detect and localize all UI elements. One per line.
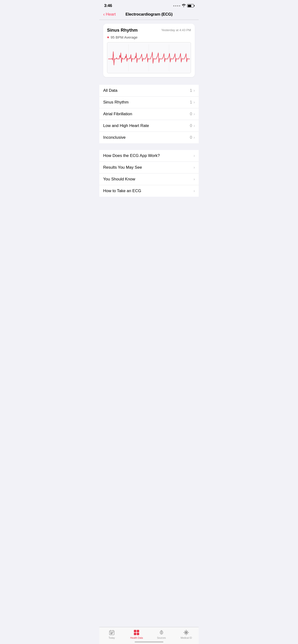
list-item-right: 0 ›: [190, 112, 195, 116]
info-item[interactable]: How to Take an ECG ›: [99, 185, 199, 197]
list-item-label: Sinus Rhythm: [103, 100, 129, 105]
list-item[interactable]: All Data 1 ›: [99, 85, 199, 96]
signal-icon: [173, 5, 180, 6]
ecg-card[interactable]: Sinus Rhythm Yesterday at 4:43 PM ♥ 95 B…: [103, 24, 195, 77]
ecg-bpm-row: ♥ 95 BPM Average: [107, 35, 191, 39]
back-chevron-icon: ‹: [103, 12, 105, 17]
list-item-count: 1: [190, 88, 192, 93]
ecg-chart: [107, 42, 191, 73]
chevron-right-icon: ›: [194, 154, 195, 158]
ecg-rhythm-title: Sinus Rhythm: [107, 28, 138, 33]
bottom-spacer: [99, 197, 199, 218]
info-list-section: How Does the ECG App Work? › Results You…: [99, 150, 199, 197]
info-item[interactable]: You Should Know ›: [99, 174, 199, 185]
list-item-label: Low and High Heart Rate: [103, 124, 149, 128]
ecg-card-header: Sinus Rhythm Yesterday at 4:43 PM: [107, 28, 191, 33]
list-item-label: All Data: [103, 88, 117, 93]
list-item-count: 0: [190, 135, 192, 140]
info-item-label: Results You May See: [103, 165, 142, 170]
chevron-right-icon: ›: [194, 189, 195, 193]
list-item-right: 1 ›: [190, 100, 195, 105]
status-time: 3:46: [104, 3, 112, 8]
battery-icon: [187, 4, 194, 8]
chevron-right-icon: ›: [194, 100, 195, 104]
list-item[interactable]: Atrial Fibrillation 0 ›: [99, 108, 199, 120]
nav-header: ‹ Heart Electrocardiogram (ECG): [99, 10, 199, 20]
page-title: Electrocardiogram (ECG): [125, 12, 173, 17]
chevron-right-icon: ›: [194, 112, 195, 116]
list-item-label: Atrial Fibrillation: [103, 112, 132, 116]
wifi-icon: [182, 4, 186, 8]
list-item-right: 0 ›: [190, 124, 195, 128]
list-item-count: 1: [190, 100, 192, 105]
info-item-label: How Does the ECG App Work?: [103, 153, 160, 158]
ecg-card-section: Sinus Rhythm Yesterday at 4:43 PM ♥ 95 B…: [99, 20, 199, 81]
list-item-count: 0: [190, 112, 192, 116]
ecg-waveform: [108, 44, 190, 71]
info-item-label: How to Take an ECG: [103, 188, 141, 193]
chevron-right-icon: ›: [194, 135, 195, 140]
info-item[interactable]: How Does the ECG App Work? ›: [99, 150, 199, 162]
status-icons: [173, 4, 194, 8]
back-label: Heart: [106, 12, 116, 17]
list-item-right: 0 ›: [190, 135, 195, 140]
list-item[interactable]: Sinus Rhythm 1 ›: [99, 96, 199, 108]
chevron-right-icon: ›: [194, 177, 195, 181]
list-item-count: 0: [190, 124, 192, 128]
list-item[interactable]: Low and High Heart Rate 0 ›: [99, 120, 199, 132]
chevron-right-icon: ›: [194, 165, 195, 170]
status-bar: 3:46: [99, 0, 199, 10]
info-item-label: You Should Know: [103, 177, 135, 182]
data-list-section: All Data 1 › Sinus Rhythm 1 › Atrial Fib…: [99, 85, 199, 143]
info-item[interactable]: Results You May See ›: [99, 162, 199, 174]
list-item-right: 1 ›: [190, 88, 195, 93]
back-button[interactable]: ‹ Heart: [103, 12, 116, 17]
chevron-right-icon: ›: [194, 88, 195, 93]
ecg-bpm-text: 95 BPM Average: [111, 35, 137, 39]
ecg-timestamp: Yesterday at 4:43 PM: [161, 28, 191, 32]
list-item-label: Inconclusive: [103, 135, 126, 140]
heart-icon: ♥: [107, 35, 109, 39]
chevron-right-icon: ›: [194, 124, 195, 128]
section-gap: [99, 143, 199, 150]
list-item[interactable]: Inconclusive 0 ›: [99, 132, 199, 143]
